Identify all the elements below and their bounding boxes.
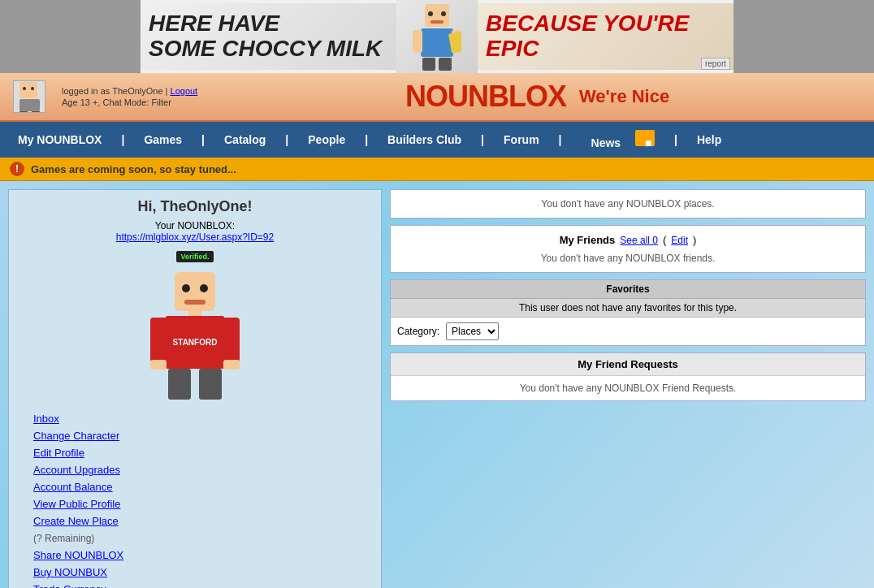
greeting-title: Hi, TheOnlyOne!	[17, 198, 373, 215]
no-friend-requests-text: You don't have any NOUNBLOX Friend Reque…	[391, 376, 865, 400]
favorites-category-row: Category: Places Models Decals Audio Vid…	[391, 318, 865, 345]
notification-text: Games are coming soon, so stay tuned...	[31, 163, 236, 175]
svg-rect-24	[150, 360, 167, 370]
sidebar-link-account-upgrades[interactable]: Account Upgrades	[33, 464, 120, 476]
nav-item-catalog[interactable]: Catalog	[214, 125, 275, 154]
category-select[interactable]: Places Models Decals Audio Videos	[446, 322, 499, 340]
sidebar-link-inbox[interactable]: Inbox	[33, 413, 59, 425]
sidebar-link-share-nounblox[interactable]: Share NOUNBLOX	[33, 549, 123, 561]
nav-item-games[interactable]: Games	[134, 125, 192, 154]
nav-item-help[interactable]: Help	[687, 125, 731, 154]
nav-sep-6: |	[549, 125, 572, 154]
verified-badge: Verified.	[176, 251, 213, 262]
user-status-text: logged in as TheOnlyOne | Logout	[62, 86, 197, 96]
svg-rect-4	[421, 28, 453, 57]
no-friends-text: You don't have any NOUNBLOX friends.	[399, 253, 857, 264]
category-label: Category:	[397, 326, 439, 337]
sidebar-link-buy-nounbux[interactable]: Buy NOUNBUX	[33, 566, 107, 578]
banner-text-line1: HERE HAVE	[149, 11, 388, 37]
nav-sep-5: |	[471, 125, 494, 154]
svg-point-1	[428, 11, 433, 16]
report-button[interactable]: report	[701, 58, 730, 70]
notification-bar: ! Games are coming soon, so stay tuned..…	[0, 158, 874, 181]
no-favorites-text: This user does not have any favorites fo…	[391, 299, 865, 318]
svg-rect-25	[223, 318, 240, 362]
nav-sep-2: |	[192, 125, 214, 154]
profile-url-link[interactable]: https://mlgblox.xyz/User.aspx?ID=92	[116, 231, 274, 243]
logo-text: NOUNBLOX	[405, 80, 566, 114]
no-places-text: You don't have any NOUNBLOX places.	[399, 198, 857, 210]
favorites-box: Favorites This user does not have any fa…	[390, 279, 866, 346]
banner-figure-icon	[413, 2, 461, 71]
nav-sep-4: |	[355, 125, 378, 154]
svg-rect-28	[199, 369, 222, 400]
svg-rect-15	[32, 111, 40, 112]
sidebar-link-account-balance[interactable]: Account Balance	[33, 481, 113, 493]
nav-item-news[interactable]: News ■	[572, 122, 664, 158]
friends-paren-open: (	[663, 234, 666, 246]
nav-item-my-nounblox[interactable]: My NOUNBLOX	[8, 125, 111, 154]
friend-requests-header: My Friend Requests	[391, 353, 865, 376]
svg-point-11	[23, 87, 26, 90]
no-places-box: You don't have any NOUNBLOX places.	[390, 189, 866, 218]
friend-requests-box: My Friend Requests You don't have any NO…	[390, 352, 866, 401]
friends-box: My Friends See all 0 ( Edit ) You don't …	[390, 225, 866, 273]
banner-slogan: BECAUSE YOU'RE EPIC	[486, 11, 725, 62]
main-content: Hi, TheOnlyOne! Your NOUNBLOX: https://m…	[0, 181, 874, 588]
logged-in-label: logged in as TheOnlyOne	[62, 86, 163, 96]
nav-item-builders-club[interactable]: Builders Club	[378, 125, 471, 154]
logo-slogan: We're Nice	[579, 86, 669, 107]
logout-link[interactable]: Logout	[171, 86, 198, 96]
sidebar-link-create-new-place[interactable]: Create New Place	[33, 515, 119, 527]
sidebar-link-view-public-profile[interactable]: View Public Profile	[33, 498, 120, 510]
nav-item-people[interactable]: People	[298, 125, 355, 154]
svg-rect-5	[413, 30, 422, 53]
avatar-container: Verified. STANFORD	[17, 251, 373, 402]
svg-point-12	[31, 87, 34, 90]
logo-label: NOUNBLOX	[405, 80, 566, 113]
notification-icon: !	[10, 162, 24, 176]
svg-rect-27	[168, 369, 191, 400]
nav-sep-1: |	[111, 125, 134, 154]
right-panel: You don't have any NOUNBLOX places. My F…	[390, 189, 866, 401]
friends-edit-link[interactable]: Edit	[671, 235, 688, 246]
svg-rect-14	[19, 111, 28, 112]
svg-rect-26	[223, 360, 240, 370]
remaining-label: (? Remaining)	[33, 533, 94, 544]
svg-text:STANFORD: STANFORD	[173, 338, 218, 347]
svg-rect-9	[439, 58, 452, 71]
friends-header: My Friends See all 0 ( Edit )	[399, 234, 857, 246]
svg-rect-16	[175, 272, 215, 311]
friends-paren-close: )	[693, 234, 696, 246]
nav-bar: My NOUNBLOX | Games | Catalog | People |…	[0, 122, 874, 158]
avatar: STANFORD	[142, 264, 248, 402]
friends-title: My Friends	[560, 234, 616, 246]
svg-rect-10	[19, 82, 37, 98]
nav-item-forum[interactable]: Forum	[494, 125, 549, 154]
sidebar-links: Inbox Change Character Edit Profile Acco…	[17, 410, 373, 588]
rss-icon: ■	[635, 130, 655, 146]
nav-sep-3: |	[275, 125, 298, 154]
svg-rect-19	[184, 300, 206, 305]
sidebar-link-edit-profile[interactable]: Edit Profile	[33, 447, 84, 459]
left-panel: Hi, TheOnlyOne! Your NOUNBLOX: https://m…	[8, 189, 382, 588]
friends-see-all-link[interactable]: See all 0	[620, 235, 658, 246]
svg-rect-8	[422, 58, 435, 71]
your-nounblox-label: Your NOUNBLOX:	[155, 220, 235, 231]
age-chat-label: Age 13 +, Chat Mode: Filter	[62, 97, 197, 107]
nav-sep-7: |	[664, 125, 687, 154]
favorites-header: Favorites	[391, 280, 865, 299]
svg-rect-20	[188, 309, 201, 316]
header-bar: logged in as TheOnlyOne | Logout Age 13 …	[0, 73, 874, 122]
banner-text-line2: SOME CHOCCY MILK	[149, 37, 388, 62]
svg-point-18	[200, 284, 208, 292]
user-avatar-header	[13, 80, 45, 113]
svg-point-2	[441, 11, 446, 16]
profile-url-area: Your NOUNBLOX: https://mlgblox.xyz/User.…	[17, 220, 373, 243]
banner-inner: HERE HAVE SOME CHOCCY MILK	[141, 0, 733, 73]
svg-rect-23	[150, 318, 167, 362]
banner-area: HERE HAVE SOME CHOCCY MILK	[0, 0, 874, 73]
sidebar-link-change-character[interactable]: Change Character	[33, 430, 119, 442]
svg-point-17	[182, 284, 190, 292]
sidebar-link-trade-currency[interactable]: Trade Currency	[33, 583, 106, 588]
